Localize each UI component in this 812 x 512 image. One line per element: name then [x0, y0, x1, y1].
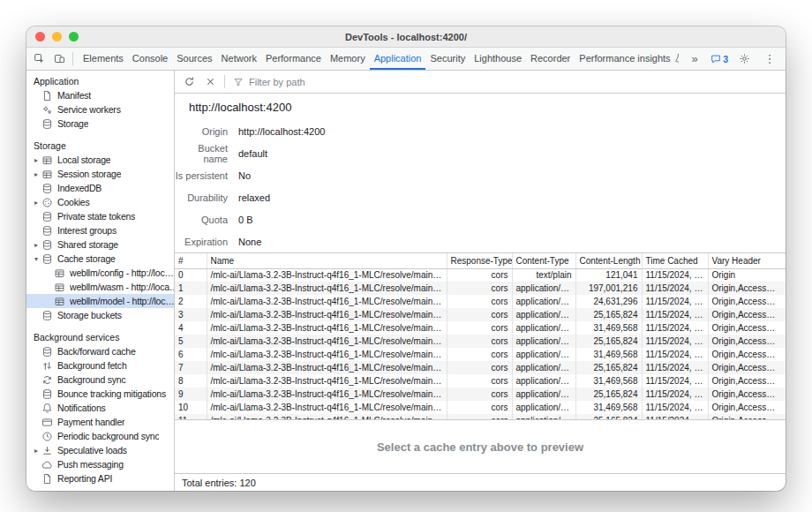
- tab-performance[interactable]: Performance: [261, 48, 326, 70]
- tab-lighthouse[interactable]: Lighthouse: [470, 48, 526, 70]
- cache-entry-row[interactable]: 2/mlc-ai/Llama-3.2-3B-Instruct-q4f16_1-M…: [175, 295, 786, 308]
- sidebar-item-shared-storage[interactable]: ▸Shared storage: [26, 237, 174, 252]
- cell-time-cached: 11/15/2024, 10…: [642, 321, 708, 335]
- tab-memory[interactable]: Memory: [326, 48, 370, 70]
- column-header-content-type[interactable]: Content-Type: [512, 253, 575, 268]
- inspect-element-button[interactable]: [29, 49, 49, 69]
- issues-button[interactable]: 3: [710, 54, 728, 64]
- sidebar-item-interest-groups[interactable]: Interest groups: [26, 223, 174, 237]
- cell-vary-header: Origin,Access…: [708, 295, 786, 308]
- sidebar-item-cookies[interactable]: ▸Cookies: [26, 195, 174, 209]
- download-icon: [41, 444, 54, 456]
- column-header-content-length[interactable]: Content-Length: [575, 253, 642, 268]
- cell-vary-header: Origin,Access…: [708, 374, 786, 388]
- chevron-right-icon[interactable]: ▸: [32, 241, 41, 249]
- chevron-right-icon[interactable]: ▸: [32, 199, 41, 207]
- column-header-vary-header[interactable]: Vary Header: [708, 253, 786, 268]
- chevron-right-icon[interactable]: ▸: [32, 447, 41, 455]
- minimize-window-button[interactable]: [52, 32, 62, 41]
- cell-content-type: application/oc…: [512, 335, 575, 348]
- metadata-value: 0 B: [238, 215, 253, 225]
- devtools-toolbar: ElementsConsoleSourcesNetworkPerformance…: [26, 48, 786, 71]
- service-worker-icon: [41, 103, 54, 116]
- tab-security[interactable]: Security: [425, 48, 470, 70]
- sidebar-item-reporting-api[interactable]: Reporting API: [26, 471, 174, 486]
- sidebar-item-back-forward-cache[interactable]: Back/forward cache: [26, 344, 174, 358]
- table-icon: [53, 281, 66, 293]
- tab-application[interactable]: Application: [370, 48, 426, 70]
- sidebar-item-manifest[interactable]: Manifest: [26, 88, 174, 102]
- sidebar-item-background-fetch[interactable]: Background fetch: [26, 358, 174, 373]
- more-tabs-button[interactable]: »: [685, 49, 704, 69]
- sidebar-item-storage-buckets[interactable]: Storage buckets: [26, 308, 174, 322]
- column-header-response-type[interactable]: Response-Type: [447, 253, 512, 268]
- cell-response-type: cors: [447, 401, 512, 414]
- sidebar-item-push-messaging[interactable]: Push messaging: [26, 457, 174, 471]
- column-header-name[interactable]: Name: [207, 253, 447, 268]
- cache-entry-row[interactable]: 0/mlc-ai/Llama-3.2-3B-Instruct-q4f16_1-M…: [175, 268, 786, 282]
- cache-entry-row[interactable]: 3/mlc-ai/Llama-3.2-3B-Instruct-q4f16_1-M…: [175, 308, 786, 321]
- sidebar-item-notifications[interactable]: Notifications: [26, 401, 174, 415]
- tab-sources[interactable]: Sources: [172, 48, 216, 70]
- close-window-button[interactable]: [35, 32, 45, 41]
- column-header-[interactable]: #: [175, 253, 207, 268]
- sidebar-item-label: Notifications: [57, 403, 106, 413]
- chevron-right-icon[interactable]: ▸: [32, 170, 41, 178]
- cell-vary-header: Origin,Access…: [708, 388, 786, 401]
- sidebar-item-indexeddb[interactable]: IndexedDB: [26, 181, 174, 195]
- cache-entry-row[interactable]: 1/mlc-ai/Llama-3.2-3B-Instruct-q4f16_1-M…: [175, 282, 786, 295]
- sidebar-item-storage[interactable]: Storage: [26, 117, 174, 131]
- sidebar-item-cache-storage[interactable]: ▾Cache storage: [26, 252, 174, 266]
- sidebar-item-periodic-background-sync[interactable]: Periodic background sync: [26, 429, 174, 443]
- cell-content-length: 31,469,568: [575, 348, 642, 361]
- cell-vary-header: Origin,Access…: [708, 308, 786, 321]
- metadata-value: None: [238, 237, 261, 247]
- sidebar-item-local-storage[interactable]: ▸Local storage: [26, 153, 174, 167]
- column-header-time-cached[interactable]: Time Cached: [642, 253, 708, 268]
- chevron-down-icon[interactable]: ▾: [32, 255, 41, 263]
- sidebar-item-payment-handler[interactable]: Payment handler: [26, 415, 174, 429]
- fullscreen-window-button[interactable]: [69, 32, 79, 41]
- settings-button[interactable]: [734, 49, 754, 69]
- tab-console[interactable]: Console: [128, 48, 172, 70]
- delete-selected-button[interactable]: [200, 72, 220, 92]
- kebab-menu-button[interactable]: ⋮: [760, 49, 779, 69]
- device-toolbar-button[interactable]: [49, 49, 69, 69]
- metadata-row-origin: Originhttp://localhost:4200: [175, 120, 786, 142]
- tab-recorder[interactable]: Recorder: [526, 48, 575, 70]
- sidebar-item-webllm-config-http-loc[interactable]: webllm/config - http://loc…: [26, 266, 174, 280]
- metadata-row-quota: Quota0 B: [175, 208, 786, 230]
- cache-entry-row[interactable]: 5/mlc-ai/Llama-3.2-3B-Instruct-q4f16_1-M…: [175, 335, 786, 348]
- sidebar-item-private-state-tokens[interactable]: Private state tokens: [26, 209, 174, 223]
- cell-vary-header: Origin,Access…: [708, 348, 786, 361]
- tab-performance-insights[interactable]: Performance insights: [575, 48, 679, 70]
- sidebar-item-webllm-wasm-http-loca[interactable]: webllm/wasm - http://loca…: [26, 280, 174, 294]
- sidebar-item-label: Session storage: [57, 169, 121, 179]
- database-icon: [41, 252, 54, 265]
- sidebar-item-session-storage[interactable]: ▸Session storage: [26, 167, 174, 181]
- cell-name: /mlc-ai/Llama-3.2-3B-Instruct-q4f16_1-ML…: [207, 335, 447, 348]
- cache-entry-row[interactable]: 7/mlc-ai/Llama-3.2-3B-Instruct-q4f16_1-M…: [175, 361, 786, 374]
- tab-label: Lighthouse: [474, 53, 522, 64]
- sidebar-item-bounce-tracking-mitigations[interactable]: Bounce tracking mitigations: [26, 387, 174, 401]
- cache-entry-row[interactable]: 10/mlc-ai/Llama-3.2-3B-Instruct-q4f16_1-…: [175, 401, 786, 414]
- cache-entry-row[interactable]: 8/mlc-ai/Llama-3.2-3B-Instruct-q4f16_1-M…: [175, 374, 786, 388]
- filter-input[interactable]: Filter by path: [229, 77, 305, 87]
- metadata-row-expiration: ExpirationNone: [175, 230, 786, 252]
- chevron-right-icon[interactable]: ▸: [32, 156, 41, 164]
- sidebar-item-background-sync[interactable]: Background sync: [26, 373, 174, 387]
- sidebar-item-webllm-model-http-loc[interactable]: webllm/model - http://loc…: [26, 294, 174, 308]
- cache-table-header-row: #NameResponse-TypeContent-TypeContent-Le…: [175, 253, 786, 268]
- cache-entry-row[interactable]: 6/mlc-ai/Llama-3.2-3B-Instruct-q4f16_1-M…: [175, 348, 786, 361]
- toolbar-divider: [224, 75, 225, 88]
- sidebar-item-service-workers[interactable]: Service workers: [26, 102, 174, 117]
- refresh-button[interactable]: [179, 72, 199, 92]
- sidebar-item-speculative-loads[interactable]: ▸Speculative loads: [26, 443, 174, 457]
- tab-elements[interactable]: Elements: [79, 48, 128, 70]
- panel-tabs: ElementsConsoleSourcesNetworkPerformance…: [79, 48, 679, 70]
- cache-entry-row[interactable]: 4/mlc-ai/Llama-3.2-3B-Instruct-q4f16_1-M…: [175, 321, 786, 335]
- tab-network[interactable]: Network: [217, 48, 261, 70]
- cache-entry-row[interactable]: 9/mlc-ai/Llama-3.2-3B-Instruct-q4f16_1-M…: [175, 388, 786, 401]
- cell-content-length: 25,165,824: [575, 361, 642, 374]
- sidebar-item-label: Storage: [57, 118, 88, 129]
